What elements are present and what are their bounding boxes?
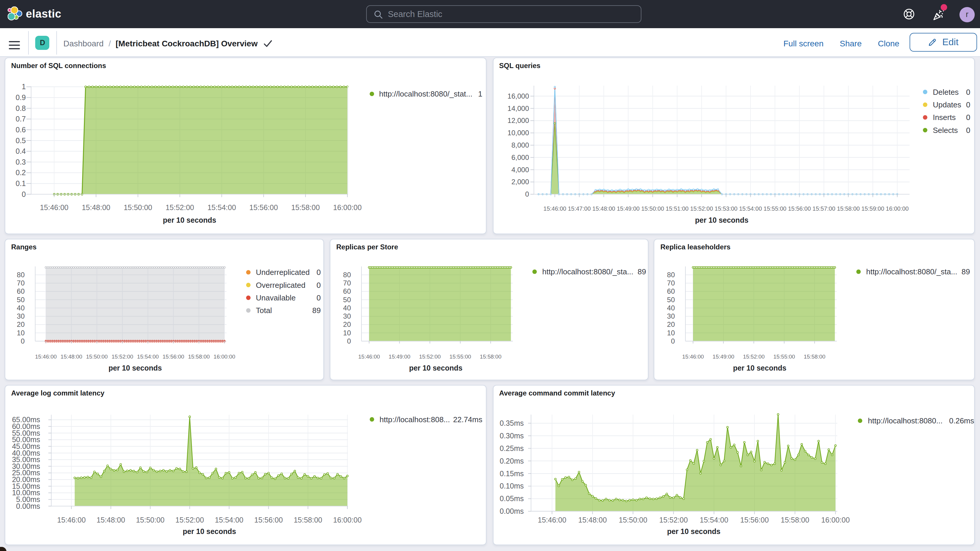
svg-text:0.2: 0.2 xyxy=(16,169,26,177)
svg-text:0.30ms: 0.30ms xyxy=(500,432,523,440)
svg-text:15:54:00: 15:54:00 xyxy=(739,205,762,212)
svg-text:15:46:00: 15:46:00 xyxy=(57,516,86,524)
svg-text:0: 0 xyxy=(966,126,970,135)
svg-text:15:58:00: 15:58:00 xyxy=(188,354,210,360)
svg-text:80: 80 xyxy=(667,271,675,279)
svg-text:15:48:00: 15:48:00 xyxy=(578,516,606,524)
svg-text:0.35ms: 0.35ms xyxy=(500,419,523,427)
svg-text:15:50:00: 15:50:00 xyxy=(641,205,664,212)
svg-text:0: 0 xyxy=(317,293,321,302)
svg-text:0.25ms: 0.25ms xyxy=(500,444,523,452)
svg-text:15:49:00: 15:49:00 xyxy=(389,354,410,360)
svg-text:6,000: 6,000 xyxy=(511,153,529,161)
svg-text:15:52:00: 15:52:00 xyxy=(690,205,713,212)
svg-text:15:55:00: 15:55:00 xyxy=(763,205,786,212)
svg-text:0.4: 0.4 xyxy=(16,147,26,155)
svg-text:15:56:00: 15:56:00 xyxy=(788,205,811,212)
svg-text:15:57:00: 15:57:00 xyxy=(812,205,835,212)
svg-text:60: 60 xyxy=(17,288,25,295)
svg-text:0.7: 0.7 xyxy=(16,115,26,123)
svg-text:40: 40 xyxy=(343,304,351,312)
svg-text:15:48:00: 15:48:00 xyxy=(82,203,110,212)
svg-text:16:00:00: 16:00:00 xyxy=(213,354,235,360)
svg-text:Unavailable: Unavailable xyxy=(256,293,296,302)
svg-text:0: 0 xyxy=(347,337,351,345)
svg-text:89: 89 xyxy=(962,267,970,276)
svg-text:20: 20 xyxy=(667,320,675,328)
svg-text:10,000: 10,000 xyxy=(508,129,529,137)
svg-text:15:56:00: 15:56:00 xyxy=(162,354,184,360)
svg-text:0.6: 0.6 xyxy=(16,126,26,134)
svg-text:Underreplicated: Underreplicated xyxy=(256,268,310,277)
svg-text:15:54:00: 15:54:00 xyxy=(215,516,243,524)
svg-text:per 10 seconds: per 10 seconds xyxy=(183,527,236,535)
svg-text:0: 0 xyxy=(22,190,26,198)
svg-text:15:58:00: 15:58:00 xyxy=(781,516,809,524)
svg-text:50: 50 xyxy=(17,296,25,304)
svg-text:15:58:00: 15:58:00 xyxy=(480,354,501,360)
svg-text:0: 0 xyxy=(671,337,675,345)
svg-text:0.00ms: 0.00ms xyxy=(500,507,523,515)
svg-text:0: 0 xyxy=(317,281,321,290)
svg-text:0.8: 0.8 xyxy=(16,104,26,112)
svg-text:15:50:00: 15:50:00 xyxy=(136,516,164,524)
svg-text:15:46:00: 15:46:00 xyxy=(682,354,704,360)
svg-text:15:50:00: 15:50:00 xyxy=(619,516,647,524)
svg-text:16:00:00: 16:00:00 xyxy=(333,516,361,524)
svg-text:Overreplicated: Overreplicated xyxy=(256,281,305,290)
svg-text:10: 10 xyxy=(17,329,25,337)
svg-text:16,000: 16,000 xyxy=(508,92,529,100)
svg-text:Deletes: Deletes xyxy=(932,88,958,97)
svg-text:50: 50 xyxy=(667,296,675,304)
svg-text:Selects: Selects xyxy=(932,126,958,135)
svg-text:70: 70 xyxy=(17,279,25,287)
svg-text:15:46:00: 15:46:00 xyxy=(543,205,566,212)
svg-text:per 10 seconds: per 10 seconds xyxy=(733,364,787,372)
svg-text:70: 70 xyxy=(343,279,351,287)
svg-text:15:58:00: 15:58:00 xyxy=(837,205,859,212)
svg-text:15:55:00: 15:55:00 xyxy=(774,354,795,360)
svg-text:0.20ms: 0.20ms xyxy=(500,457,523,465)
svg-text:16:00:00: 16:00:00 xyxy=(333,203,361,212)
svg-text:15:48:00: 15:48:00 xyxy=(592,205,615,212)
svg-text:15:49:00: 15:49:00 xyxy=(616,205,640,212)
svg-text:http://localhost:8080/_sta...: http://localhost:8080/_sta... xyxy=(542,267,633,276)
svg-text:60: 60 xyxy=(343,288,351,295)
svg-text:20: 20 xyxy=(343,320,351,328)
svg-text:15:49:00: 15:49:00 xyxy=(713,354,734,360)
svg-text:89: 89 xyxy=(638,267,646,276)
svg-text:15:56:00: 15:56:00 xyxy=(250,203,278,212)
svg-text:15:58:00: 15:58:00 xyxy=(804,354,826,360)
svg-text:15:46:00: 15:46:00 xyxy=(35,354,57,360)
svg-text:15:54:00: 15:54:00 xyxy=(207,203,236,212)
svg-text:10: 10 xyxy=(667,329,675,337)
svg-text:30: 30 xyxy=(343,312,351,320)
svg-text:15:52:00: 15:52:00 xyxy=(111,354,133,360)
svg-text:20: 20 xyxy=(17,320,25,328)
svg-text:per 10 seconds: per 10 seconds xyxy=(695,216,748,224)
svg-text:15:58:00: 15:58:00 xyxy=(291,203,320,212)
svg-text:15:50:00: 15:50:00 xyxy=(86,354,108,360)
svg-text:0.5: 0.5 xyxy=(16,137,26,145)
svg-text:14,000: 14,000 xyxy=(508,104,529,112)
svg-text:0.3: 0.3 xyxy=(16,158,26,166)
svg-text:0: 0 xyxy=(966,88,970,97)
svg-text:15:52:00: 15:52:00 xyxy=(419,354,441,360)
svg-text:0.9: 0.9 xyxy=(16,93,26,102)
svg-text:http://localhost:8080...: http://localhost:8080... xyxy=(868,416,942,425)
svg-text:30: 30 xyxy=(17,312,25,320)
svg-text:15:56:00: 15:56:00 xyxy=(255,516,283,524)
svg-text:per 10 seconds: per 10 seconds xyxy=(163,216,216,224)
svg-text:80: 80 xyxy=(343,271,351,279)
svg-text:15:47:00: 15:47:00 xyxy=(568,205,590,212)
svg-text:15:51:00: 15:51:00 xyxy=(665,205,688,212)
svg-text:15:52:00: 15:52:00 xyxy=(743,354,765,360)
svg-text:0: 0 xyxy=(966,100,970,109)
svg-text:15:48:00: 15:48:00 xyxy=(97,516,125,524)
svg-text:Total: Total xyxy=(256,306,272,315)
svg-text:15:46:00: 15:46:00 xyxy=(538,516,566,524)
svg-text:70: 70 xyxy=(667,279,675,287)
svg-text:15:55:00: 15:55:00 xyxy=(450,354,471,360)
svg-text:15:46:00: 15:46:00 xyxy=(40,203,68,212)
svg-text:16:00:00: 16:00:00 xyxy=(886,205,908,212)
